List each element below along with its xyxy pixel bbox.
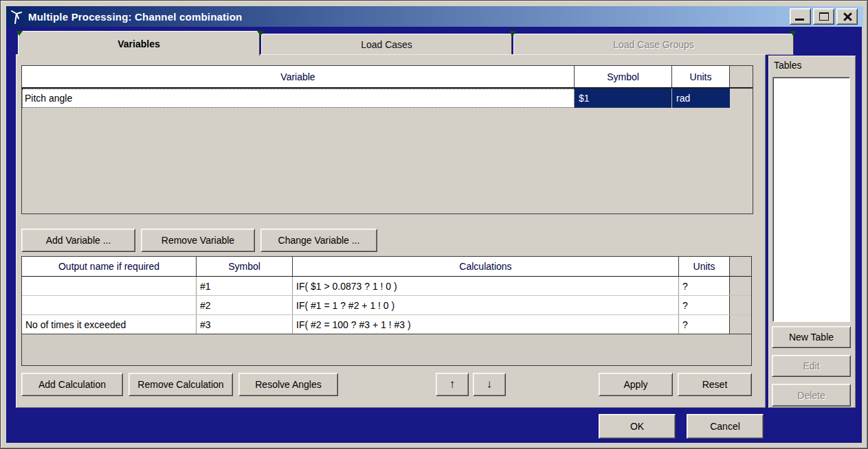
cell-calculation[interactable]: IF( #2 = 100 ? #3 + 1 ! #3 ): [293, 315, 679, 334]
header-filler: [730, 66, 753, 87]
resolve-angles-button[interactable]: Resolve Angles: [238, 373, 338, 396]
variable-row: Pitch angle $1 rad: [22, 89, 753, 108]
calculations-table-header: Output name if required Symbol Calculati…: [22, 257, 751, 277]
tab-load-cases[interactable]: Load Cases: [261, 34, 512, 55]
tab-load-case-groups: Load Case Groups: [513, 34, 794, 55]
calculations-table: Output name if required Symbol Calculati…: [21, 256, 752, 366]
cell-variable-name[interactable]: Pitch angle: [22, 89, 575, 108]
tab-corner-marker-icon: [16, 31, 23, 36]
tab-corner-marker-icon: [790, 31, 797, 36]
cell-units[interactable]: ?: [679, 315, 730, 334]
header-filler: [730, 257, 751, 276]
variables-table-header: Variable Symbol Units: [22, 66, 753, 89]
cell-symbol[interactable]: #3: [197, 315, 293, 334]
cell-variable-units[interactable]: rad: [672, 89, 730, 108]
calculation-row: #1 IF( $1 > 0.0873 ? 1 ! 0 ) ?: [22, 277, 751, 296]
delete-button: Delete: [772, 384, 851, 406]
row-filler: [730, 89, 753, 108]
titlebar[interactable]: Multiple Processing: Channel combination: [6, 6, 863, 27]
cell-symbol[interactable]: #1: [197, 277, 293, 295]
dialog-window: Multiple Processing: Channel combination…: [0, 0, 868, 449]
row-filler: [730, 277, 751, 295]
cell-calculation[interactable]: IF( $1 > 0.0873 ? 1 ! 0 ): [293, 277, 679, 295]
cancel-button[interactable]: Cancel: [687, 414, 764, 439]
tables-panel: Tables New Table Edit Delete: [768, 56, 856, 408]
move-down-button[interactable]: ↓: [473, 373, 506, 396]
calculations-column-header: Calculations: [293, 257, 679, 276]
output-name-column-header: Output name if required: [22, 257, 197, 276]
edit-button: Edit: [772, 355, 851, 377]
variable-column-header: Variable: [22, 66, 575, 87]
cell-units[interactable]: ?: [679, 277, 730, 295]
add-calculation-button[interactable]: Add Calculation: [21, 373, 123, 396]
variables-table: Variable Symbol Units Pitch angle $1 rad: [21, 65, 753, 214]
units-column-header: Units: [679, 257, 730, 276]
wind-turbine-icon[interactable]: [10, 8, 23, 25]
apply-button[interactable]: Apply: [599, 373, 673, 396]
cell-calculation[interactable]: IF( #1 = 1 ? #2 + 1 ! 0 ): [293, 296, 679, 314]
row-filler: [730, 315, 751, 334]
up-arrow-icon: ↑: [449, 378, 456, 391]
cell-output-name[interactable]: [22, 296, 197, 314]
symbol-column-header: Symbol: [197, 257, 293, 276]
cell-symbol[interactable]: #2: [197, 296, 293, 314]
window-title: Multiple Processing: Channel combination: [28, 11, 242, 23]
units-column-header: Units: [672, 66, 730, 87]
cell-units[interactable]: ?: [679, 296, 730, 314]
tab-variables[interactable]: Variables: [18, 31, 260, 56]
calculation-row: No of times it exceeded #3 IF( #2 = 100 …: [22, 315, 751, 334]
minimize-button[interactable]: [790, 8, 811, 25]
tables-listbox[interactable]: [772, 77, 850, 322]
move-up-button[interactable]: ↑: [436, 373, 469, 396]
cell-output-name[interactable]: No of times it exceeded: [22, 315, 197, 334]
variables-table-body: [22, 108, 753, 212]
ok-button[interactable]: OK: [599, 414, 676, 439]
tab-corner-marker-icon: [257, 31, 264, 36]
symbol-column-header: Symbol: [575, 66, 672, 87]
close-button[interactable]: [836, 8, 858, 25]
tables-panel-label: Tables: [774, 60, 801, 71]
add-variable-button[interactable]: Add Variable ...: [21, 229, 135, 252]
change-variable-button[interactable]: Change Variable ...: [260, 229, 377, 252]
calculation-row: #2 IF( #1 = 1 ? #2 + 1 ! 0 ) ?: [22, 296, 751, 315]
new-table-button[interactable]: New Table: [772, 326, 851, 348]
cell-variable-symbol[interactable]: $1: [575, 89, 672, 108]
cell-output-name[interactable]: [22, 277, 197, 295]
remove-calculation-button[interactable]: Remove Calculation: [129, 373, 233, 396]
down-arrow-icon: ↓: [487, 378, 493, 391]
remove-variable-button[interactable]: Remove Variable: [141, 229, 255, 252]
tab-corner-marker-icon: [509, 31, 516, 36]
main-panel: Variable Symbol Units Pitch angle $1 rad…: [16, 54, 766, 408]
minimize-icon: [795, 19, 804, 21]
maximize-icon: [819, 12, 829, 21]
close-icon: [843, 12, 852, 21]
row-filler: [730, 296, 751, 314]
reset-button[interactable]: Reset: [678, 373, 752, 396]
maximize-button[interactable]: [813, 8, 834, 25]
